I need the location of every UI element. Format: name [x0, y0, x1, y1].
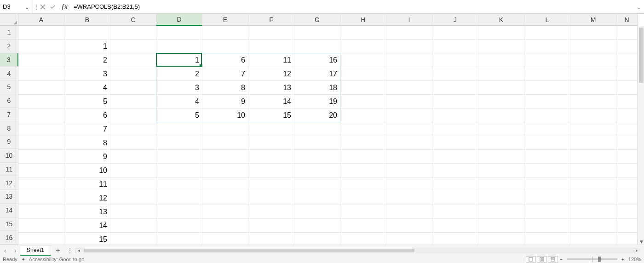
cell-B5[interactable]: 4	[64, 81, 110, 95]
cell-H12[interactable]	[340, 177, 386, 191]
cell-E7[interactable]: 10	[202, 109, 248, 122]
cell-M9[interactable]	[570, 136, 616, 150]
row-header-1[interactable]: 1	[0, 26, 18, 40]
cell-N3[interactable]	[616, 53, 638, 67]
cell-C15[interactable]	[110, 219, 156, 233]
cell-B12[interactable]: 11	[64, 177, 110, 191]
cell-I16[interactable]	[386, 233, 432, 245]
cell-C13[interactable]	[110, 191, 156, 205]
cell-H4[interactable]	[340, 67, 386, 81]
cell-B1[interactable]	[64, 26, 110, 40]
cell-B7[interactable]: 6	[64, 109, 110, 122]
cell-J2[interactable]	[432, 40, 478, 53]
cell-I2[interactable]	[386, 40, 432, 53]
cell-B9[interactable]: 8	[64, 136, 110, 150]
cell-B6[interactable]: 5	[64, 95, 110, 109]
cell-G12[interactable]	[294, 177, 340, 191]
cell-J5[interactable]	[432, 81, 478, 95]
cell-F13[interactable]	[248, 191, 294, 205]
cell-K12[interactable]	[478, 177, 524, 191]
cell-J6[interactable]	[432, 95, 478, 109]
cell-K16[interactable]	[478, 233, 524, 245]
cell-I4[interactable]	[386, 67, 432, 81]
cell-K6[interactable]	[478, 95, 524, 109]
cell-B4[interactable]: 3	[64, 67, 110, 81]
cell-E1[interactable]	[202, 26, 248, 40]
cell-G14[interactable]	[294, 205, 340, 219]
cell-K7[interactable]	[478, 109, 524, 122]
cell-E6[interactable]: 9	[202, 95, 248, 109]
cell-N10[interactable]	[616, 150, 638, 164]
cell-J1[interactable]	[432, 26, 478, 40]
cell-A13[interactable]	[18, 191, 64, 205]
cell-L16[interactable]	[524, 233, 570, 245]
cell-L3[interactable]	[524, 53, 570, 67]
name-box[interactable]: ⌄	[0, 0, 33, 13]
cell-A4[interactable]	[18, 67, 64, 81]
select-all-corner[interactable]	[0, 14, 18, 26]
column-header-F[interactable]: F	[248, 14, 294, 26]
cell-K14[interactable]	[478, 205, 524, 219]
cell-B8[interactable]: 7	[64, 122, 110, 136]
row-header-6[interactable]: 6	[0, 94, 18, 108]
cell-G10[interactable]	[294, 150, 340, 164]
cell-grid[interactable]: 1216111632712174381318549141965101520789…	[18, 26, 638, 245]
cell-C5[interactable]	[110, 81, 156, 95]
column-header-I[interactable]: I	[386, 14, 432, 26]
cell-L12[interactable]	[524, 177, 570, 191]
column-header-G[interactable]: G	[294, 14, 340, 26]
cell-N13[interactable]	[616, 191, 638, 205]
cell-E9[interactable]	[202, 136, 248, 150]
chevron-down-icon[interactable]: ⌄	[24, 3, 30, 11]
cell-N15[interactable]	[616, 219, 638, 233]
cell-F1[interactable]	[248, 26, 294, 40]
cell-B2[interactable]: 1	[64, 40, 110, 53]
cell-H16[interactable]	[340, 233, 386, 245]
cell-L1[interactable]	[524, 26, 570, 40]
cancel-formula-button[interactable]	[38, 0, 48, 13]
cell-D4[interactable]: 2	[156, 67, 202, 81]
cell-D14[interactable]	[156, 205, 202, 219]
cell-F10[interactable]	[248, 150, 294, 164]
column-header-M[interactable]: M	[570, 14, 616, 26]
cell-F5[interactable]: 13	[248, 81, 294, 95]
cell-D1[interactable]	[156, 26, 202, 40]
cell-I1[interactable]	[386, 26, 432, 40]
cell-A11[interactable]	[18, 164, 64, 177]
cell-D16[interactable]	[156, 233, 202, 245]
tab-prev-button[interactable]: ‹	[0, 245, 10, 256]
cell-N12[interactable]	[616, 177, 638, 191]
name-box-input[interactable]	[3, 3, 24, 10]
cell-H1[interactable]	[340, 26, 386, 40]
cell-K13[interactable]	[478, 191, 524, 205]
cell-K15[interactable]	[478, 219, 524, 233]
cell-C2[interactable]	[110, 40, 156, 53]
cell-H10[interactable]	[340, 150, 386, 164]
cell-G11[interactable]	[294, 164, 340, 177]
column-header-N[interactable]: N	[616, 14, 638, 26]
row-header-3[interactable]: 3	[0, 53, 18, 67]
cell-E4[interactable]: 7	[202, 67, 248, 81]
zoom-slider[interactable]	[567, 258, 617, 260]
cell-C1[interactable]	[110, 26, 156, 40]
cell-G1[interactable]	[294, 26, 340, 40]
cell-N2[interactable]	[616, 40, 638, 53]
cell-F15[interactable]	[248, 219, 294, 233]
cell-A15[interactable]	[18, 219, 64, 233]
cell-D7[interactable]: 5	[156, 109, 202, 122]
cell-B10[interactable]: 9	[64, 150, 110, 164]
cell-B15[interactable]: 14	[64, 219, 110, 233]
cell-J12[interactable]	[432, 177, 478, 191]
cell-M11[interactable]	[570, 164, 616, 177]
row-header-14[interactable]: 14	[0, 204, 18, 217]
cell-M13[interactable]	[570, 191, 616, 205]
cell-C11[interactable]	[110, 164, 156, 177]
cell-N14[interactable]	[616, 205, 638, 219]
row-header-7[interactable]: 7	[0, 108, 18, 122]
scroll-down-icon[interactable]: ▾	[638, 238, 644, 245]
cell-D5[interactable]: 3	[156, 81, 202, 95]
sheet-tab-sheet1[interactable]: Sheet1	[20, 245, 51, 256]
cell-D13[interactable]	[156, 191, 202, 205]
cell-N16[interactable]	[616, 233, 638, 245]
cell-A3[interactable]	[18, 53, 64, 67]
